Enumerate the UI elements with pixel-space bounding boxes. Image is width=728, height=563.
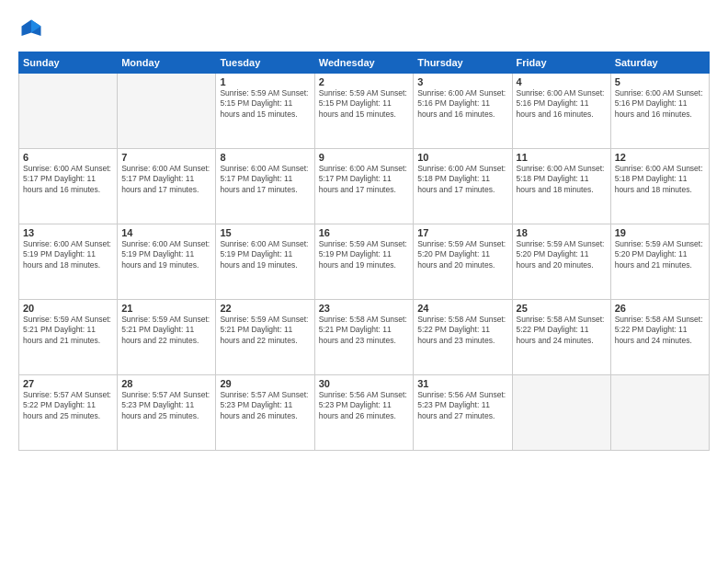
day-cell: 5Sunrise: 6:00 AM Sunset: 5:16 PM Daylig… (610, 74, 709, 149)
day-detail: Sunrise: 5:59 AM Sunset: 5:15 PM Dayligh… (319, 88, 409, 120)
day-cell: 1Sunrise: 5:59 AM Sunset: 5:15 PM Daylig… (216, 74, 314, 149)
day-detail: Sunrise: 6:00 AM Sunset: 5:17 PM Dayligh… (220, 164, 310, 195)
day-number: 1 (220, 76, 310, 87)
day-detail: Sunrise: 6:00 AM Sunset: 5:19 PM Dayligh… (220, 239, 310, 270)
day-number: 14 (121, 227, 211, 238)
day-cell (118, 74, 216, 149)
calendar-table: SundayMondayTuesdayWednesdayThursdayFrid… (18, 52, 710, 451)
day-cell: 25Sunrise: 5:58 AM Sunset: 5:22 PM Dayli… (512, 300, 610, 375)
day-number: 10 (417, 152, 507, 163)
day-number: 4 (517, 76, 607, 87)
day-number: 6 (23, 152, 113, 163)
day-detail: Sunrise: 5:59 AM Sunset: 5:20 PM Dayligh… (517, 239, 607, 270)
day-detail: Sunrise: 5:56 AM Sunset: 5:23 PM Dayligh… (319, 390, 409, 421)
weekday-header-row: SundayMondayTuesdayWednesdayThursdayFrid… (19, 52, 710, 74)
calendar-page: SundayMondayTuesdayWednesdayThursdayFrid… (0, 0, 728, 563)
day-cell: 22Sunrise: 5:59 AM Sunset: 5:21 PM Dayli… (216, 300, 314, 375)
day-cell: 13Sunrise: 6:00 AM Sunset: 5:19 PM Dayli… (19, 224, 118, 300)
day-detail: Sunrise: 5:59 AM Sunset: 5:21 PM Dayligh… (121, 315, 211, 346)
day-detail: Sunrise: 5:57 AM Sunset: 5:22 PM Dayligh… (23, 390, 113, 421)
day-number: 15 (220, 227, 310, 238)
day-detail: Sunrise: 5:59 AM Sunset: 5:20 PM Dayligh… (615, 239, 705, 270)
day-detail: Sunrise: 5:58 AM Sunset: 5:21 PM Dayligh… (319, 315, 409, 346)
day-cell: 24Sunrise: 5:58 AM Sunset: 5:22 PM Dayli… (414, 300, 512, 375)
day-cell: 21Sunrise: 5:59 AM Sunset: 5:21 PM Dayli… (118, 300, 216, 375)
week-row-2: 6Sunrise: 6:00 AM Sunset: 5:17 PM Daylig… (19, 149, 710, 224)
day-detail: Sunrise: 5:57 AM Sunset: 5:23 PM Dayligh… (220, 390, 310, 421)
day-cell: 4Sunrise: 6:00 AM Sunset: 5:16 PM Daylig… (512, 74, 610, 149)
day-detail: Sunrise: 5:58 AM Sunset: 5:22 PM Dayligh… (615, 315, 705, 346)
weekday-wednesday: Wednesday (314, 52, 413, 74)
day-detail: Sunrise: 6:00 AM Sunset: 5:17 PM Dayligh… (23, 164, 113, 195)
day-number: 31 (417, 378, 507, 389)
day-detail: Sunrise: 5:59 AM Sunset: 5:19 PM Dayligh… (319, 239, 409, 270)
day-number: 5 (615, 76, 705, 87)
week-row-3: 13Sunrise: 6:00 AM Sunset: 5:19 PM Dayli… (19, 224, 710, 300)
day-detail: Sunrise: 5:59 AM Sunset: 5:21 PM Dayligh… (23, 315, 113, 346)
day-cell: 7Sunrise: 6:00 AM Sunset: 5:17 PM Daylig… (118, 149, 216, 224)
day-cell: 16Sunrise: 5:59 AM Sunset: 5:19 PM Dayli… (314, 224, 413, 300)
day-cell: 2Sunrise: 5:59 AM Sunset: 5:15 PM Daylig… (314, 74, 413, 149)
day-detail: Sunrise: 6:00 AM Sunset: 5:16 PM Dayligh… (517, 88, 607, 120)
day-detail: Sunrise: 6:00 AM Sunset: 5:18 PM Dayligh… (615, 164, 705, 195)
day-number: 18 (517, 227, 607, 238)
week-row-4: 20Sunrise: 5:59 AM Sunset: 5:21 PM Dayli… (19, 300, 710, 375)
day-number: 26 (615, 303, 705, 314)
day-cell: 3Sunrise: 6:00 AM Sunset: 5:16 PM Daylig… (414, 74, 512, 149)
day-number: 22 (220, 303, 310, 314)
weekday-sunday: Sunday (19, 52, 118, 74)
day-number: 11 (517, 152, 607, 163)
day-number: 16 (319, 227, 409, 238)
day-number: 20 (23, 303, 113, 314)
day-cell: 27Sunrise: 5:57 AM Sunset: 5:22 PM Dayli… (19, 375, 118, 451)
day-detail: Sunrise: 6:00 AM Sunset: 5:19 PM Dayligh… (121, 239, 211, 270)
day-cell: 9Sunrise: 6:00 AM Sunset: 5:17 PM Daylig… (314, 149, 413, 224)
day-cell: 26Sunrise: 5:58 AM Sunset: 5:22 PM Dayli… (610, 300, 709, 375)
day-cell: 12Sunrise: 6:00 AM Sunset: 5:18 PM Dayli… (610, 149, 709, 224)
day-number: 2 (319, 76, 409, 87)
day-cell: 8Sunrise: 6:00 AM Sunset: 5:17 PM Daylig… (216, 149, 314, 224)
week-row-5: 27Sunrise: 5:57 AM Sunset: 5:22 PM Dayli… (19, 375, 710, 451)
day-cell (610, 375, 709, 451)
week-row-1: 1Sunrise: 5:59 AM Sunset: 5:15 PM Daylig… (19, 74, 710, 149)
day-cell: 15Sunrise: 6:00 AM Sunset: 5:19 PM Dayli… (216, 224, 314, 300)
day-number: 3 (417, 76, 507, 87)
weekday-thursday: Thursday (414, 52, 512, 74)
day-number: 21 (121, 303, 211, 314)
day-number: 19 (615, 227, 705, 238)
day-number: 7 (121, 152, 211, 163)
day-cell: 28Sunrise: 5:57 AM Sunset: 5:23 PM Dayli… (118, 375, 216, 451)
day-cell: 31Sunrise: 5:56 AM Sunset: 5:23 PM Dayli… (414, 375, 512, 451)
day-cell (19, 74, 118, 149)
day-number: 25 (517, 303, 607, 314)
day-detail: Sunrise: 5:57 AM Sunset: 5:23 PM Dayligh… (121, 390, 211, 421)
day-number: 13 (23, 227, 113, 238)
day-detail: Sunrise: 6:00 AM Sunset: 5:18 PM Dayligh… (517, 164, 607, 195)
day-detail: Sunrise: 5:58 AM Sunset: 5:22 PM Dayligh… (417, 315, 507, 346)
day-number: 30 (319, 378, 409, 389)
day-cell: 29Sunrise: 5:57 AM Sunset: 5:23 PM Dayli… (216, 375, 314, 451)
day-detail: Sunrise: 6:00 AM Sunset: 5:16 PM Dayligh… (615, 88, 705, 120)
day-number: 8 (220, 152, 310, 163)
day-number: 23 (319, 303, 409, 314)
day-number: 27 (23, 378, 113, 389)
weekday-saturday: Saturday (610, 52, 709, 74)
day-detail: Sunrise: 5:59 AM Sunset: 5:20 PM Dayligh… (417, 239, 507, 270)
day-cell: 14Sunrise: 6:00 AM Sunset: 5:19 PM Dayli… (118, 224, 216, 300)
day-cell: 30Sunrise: 5:56 AM Sunset: 5:23 PM Dayli… (314, 375, 413, 451)
day-number: 12 (615, 152, 705, 163)
day-number: 29 (220, 378, 310, 389)
day-number: 28 (121, 378, 211, 389)
day-cell: 19Sunrise: 5:59 AM Sunset: 5:20 PM Dayli… (610, 224, 709, 300)
day-cell (512, 375, 610, 451)
day-detail: Sunrise: 6:00 AM Sunset: 5:17 PM Dayligh… (319, 164, 409, 195)
day-number: 9 (319, 152, 409, 163)
day-detail: Sunrise: 5:58 AM Sunset: 5:22 PM Dayligh… (517, 315, 607, 346)
day-cell: 20Sunrise: 5:59 AM Sunset: 5:21 PM Dayli… (19, 300, 118, 375)
weekday-tuesday: Tuesday (216, 52, 314, 74)
day-cell: 10Sunrise: 6:00 AM Sunset: 5:18 PM Dayli… (414, 149, 512, 224)
logo-icon (18, 17, 44, 42)
logo (18, 17, 48, 42)
weekday-monday: Monday (118, 52, 216, 74)
day-number: 17 (417, 227, 507, 238)
